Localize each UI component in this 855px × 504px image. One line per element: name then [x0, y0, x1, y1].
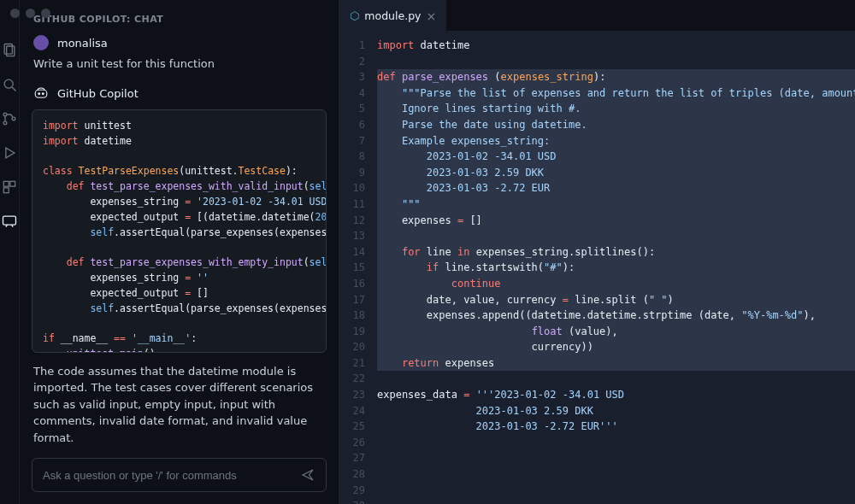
svg-point-14: [42, 93, 44, 95]
extensions-icon[interactable]: [0, 178, 19, 196]
svg-rect-9: [10, 181, 15, 186]
user-avatar: [33, 35, 49, 50]
chat-input[interactable]: [43, 469, 300, 482]
panel-title: GITHUB COPILOT: CHAT: [20, 0, 339, 32]
send-icon[interactable]: [300, 467, 315, 483]
copilot-chat-panel: GITHUB COPILOT: CHAT monalisa Write a un…: [20, 0, 339, 504]
svg-rect-0: [4, 44, 12, 55]
tab-module-py[interactable]: ⬡ module.py ×: [339, 0, 446, 31]
svg-point-4: [3, 113, 7, 116]
svg-rect-11: [3, 216, 16, 225]
editor-panel: ⬡ module.py × 12345678910111213141516171…: [339, 0, 855, 504]
activity-bar: [0, 0, 20, 504]
svg-marker-7: [6, 148, 15, 158]
python-file-icon: ⬡: [350, 9, 359, 22]
user-prompt: Write a unit test for this function: [20, 54, 339, 80]
svg-rect-1: [7, 46, 15, 56]
svg-rect-10: [3, 188, 9, 193]
svg-point-2: [4, 79, 13, 88]
svg-rect-8: [3, 181, 9, 186]
user-message-header: monalisa: [20, 32, 339, 54]
svg-rect-12: [35, 90, 47, 97]
assistant-header: GitHub Copilot: [20, 80, 339, 109]
close-icon[interactable]: ×: [427, 9, 437, 23]
svg-line-3: [12, 87, 15, 91]
window-controls[interactable]: [10, 9, 50, 18]
run-debug-icon[interactable]: [0, 144, 19, 162]
svg-point-13: [38, 93, 40, 95]
svg-point-6: [12, 117, 15, 120]
assistant-name: GitHub Copilot: [57, 87, 139, 100]
line-gutter: 1234567891011121314151617181920212223242…: [339, 31, 374, 504]
username: monalisa: [57, 37, 108, 50]
assistant-explanation: The code assumes that the datetime modul…: [20, 363, 339, 447]
search-icon[interactable]: [0, 75, 19, 94]
tab-filename: module.py: [364, 9, 421, 22]
tab-bar: ⬡ module.py ×: [339, 0, 855, 31]
chat-input-container[interactable]: [32, 458, 327, 492]
assistant-code-block[interactable]: import unittest import datetime class Te…: [32, 109, 327, 353]
svg-point-5: [3, 121, 7, 125]
editor-code[interactable]: import datetimedef parse_expenses (expen…: [374, 31, 855, 504]
copilot-chat-icon[interactable]: [0, 212, 19, 231]
copilot-logo-icon: [33, 85, 49, 101]
explorer-icon[interactable]: [0, 41, 19, 60]
source-control-icon[interactable]: [0, 109, 19, 128]
